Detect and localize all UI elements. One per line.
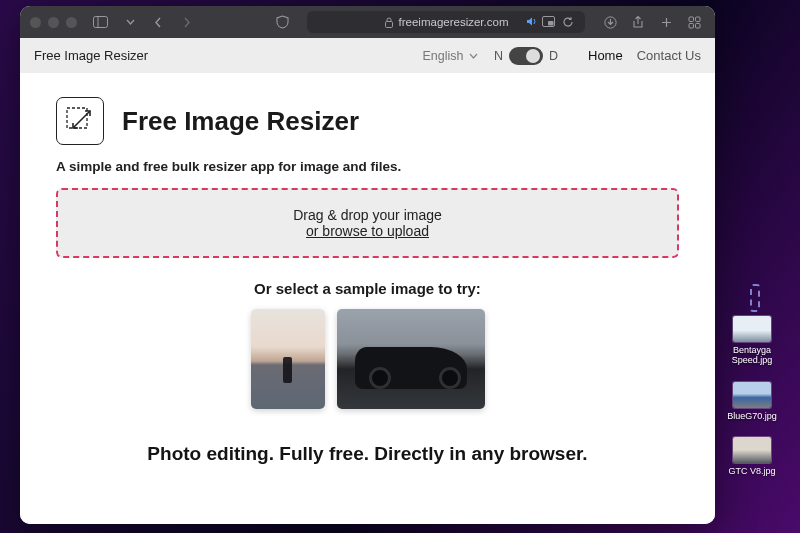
new-tab-icon[interactable] xyxy=(655,11,677,33)
tabs-overview-icon[interactable] xyxy=(683,11,705,33)
nav-back-icon[interactable] xyxy=(147,11,169,33)
theme-d-label: D xyxy=(549,49,558,63)
file-name: BlueG70.jpg xyxy=(727,411,777,421)
url-bar[interactable]: freeimageresizer.com xyxy=(307,11,585,33)
svg-rect-6 xyxy=(689,17,694,22)
browser-window: freeimageresizer.com xyxy=(20,6,715,524)
file-thumbnail-icon xyxy=(733,382,771,408)
nav-home[interactable]: Home xyxy=(588,48,623,63)
titlebar: freeimageresizer.com xyxy=(20,6,715,38)
svg-rect-4 xyxy=(548,21,554,26)
language-label: English xyxy=(422,49,463,63)
window-controls xyxy=(30,17,77,28)
theme-n-label: N xyxy=(494,49,503,63)
sample-image-1[interactable] xyxy=(251,309,325,409)
language-selector[interactable]: English xyxy=(422,49,477,63)
page-title: Free Image Resizer xyxy=(122,106,359,137)
site-navbar: Free Image Resizer English N D Home Cont… xyxy=(20,38,715,73)
dropzone[interactable]: Drag & drop your image or browse to uplo… xyxy=(56,188,679,258)
file-thumbnail-icon xyxy=(733,437,771,463)
desktop-file[interactable]: GTC V8.jpg xyxy=(719,437,785,476)
desktop-file[interactable]: Bentayga Speed.jpg xyxy=(719,316,785,366)
close-button[interactable] xyxy=(30,17,41,28)
chevron-down-icon[interactable] xyxy=(119,11,141,33)
site-brand[interactable]: Free Image Resizer xyxy=(34,48,148,63)
drag-indicator xyxy=(750,284,760,312)
share-icon[interactable] xyxy=(627,11,649,33)
picture-in-picture-icon[interactable] xyxy=(542,16,555,29)
reload-icon[interactable] xyxy=(557,11,579,33)
page-content: Free Image Resizer English N D Home Cont… xyxy=(20,38,715,524)
sidebar-toggle-icon[interactable] xyxy=(89,11,111,33)
dropzone-line1: Drag & drop your image xyxy=(293,207,442,223)
sound-playing-icon[interactable] xyxy=(526,16,538,29)
resize-icon xyxy=(56,97,104,145)
lock-icon xyxy=(384,17,394,28)
nav-contact[interactable]: Contact Us xyxy=(637,48,701,63)
download-icon[interactable] xyxy=(599,11,621,33)
samples-label: Or select a sample image to try: xyxy=(56,280,679,297)
file-thumbnail-icon xyxy=(733,316,771,342)
sample-image-2[interactable] xyxy=(337,309,485,409)
minimize-button[interactable] xyxy=(48,17,59,28)
nav-forward-icon[interactable] xyxy=(175,11,197,33)
maximize-button[interactable] xyxy=(66,17,77,28)
hero: Free Image Resizer xyxy=(56,97,679,145)
svg-rect-9 xyxy=(695,23,700,28)
tagline: Photo editing. Fully free. Directly in a… xyxy=(56,443,679,465)
dropzone-browse-link[interactable]: or browse to upload xyxy=(306,223,429,239)
svg-rect-8 xyxy=(689,23,694,28)
file-name: GTC V8.jpg xyxy=(728,466,775,476)
svg-rect-2 xyxy=(385,21,392,27)
toggle-switch[interactable] xyxy=(509,47,543,65)
desktop-file[interactable]: BlueG70.jpg xyxy=(719,382,785,421)
desktop-files: Bentayga Speed.jpg BlueG70.jpg GTC V8.jp… xyxy=(719,316,785,476)
tab-indicators xyxy=(526,16,555,29)
page-subtitle: A simple and free bulk resizer app for i… xyxy=(56,159,679,174)
svg-rect-7 xyxy=(695,17,700,22)
url-host: freeimageresizer.com xyxy=(399,16,509,28)
svg-rect-0 xyxy=(93,17,107,28)
file-name: Bentayga Speed.jpg xyxy=(719,345,785,366)
shield-icon[interactable] xyxy=(271,11,293,33)
sample-row xyxy=(56,309,679,409)
theme-toggle[interactable]: N D xyxy=(494,47,558,65)
